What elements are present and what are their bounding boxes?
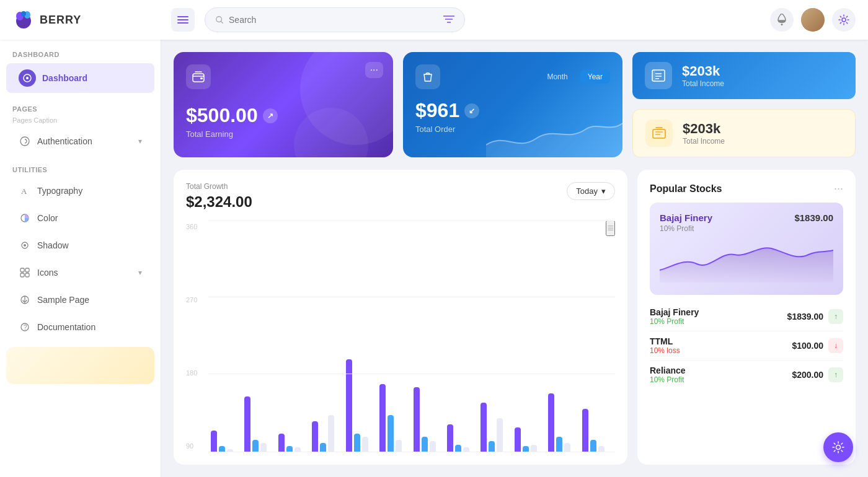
order-card-header: Month Year	[415, 64, 610, 89]
sidebar-item-typography-label: Typography	[37, 186, 142, 196]
search-icon	[215, 15, 224, 25]
month-tab[interactable]: Month	[539, 70, 575, 84]
sidebar-item-authentication[interactable]: Authentication ▾	[6, 129, 154, 154]
bar-light	[430, 441, 436, 452]
sidebar-item-color[interactable]: Color	[6, 206, 154, 230]
sidebar-item-dashboard-label: Dashboard	[42, 73, 142, 83]
income-blue-icon	[645, 62, 672, 89]
logo-area: BERRY	[12, 9, 161, 31]
avatar[interactable]	[801, 8, 825, 32]
bajaj-trend-icon: ↑	[828, 309, 843, 324]
bar-chart	[208, 221, 615, 452]
gear-icon	[838, 14, 849, 25]
stocks-menu-button[interactable]: ···	[834, 182, 843, 195]
featured-stock-chart	[660, 233, 833, 282]
settings-button[interactable]	[832, 8, 856, 32]
income-blue-amount: $203k	[682, 63, 724, 79]
sidebar-item-sample-page-label: Sample Page	[37, 295, 142, 305]
earning-card-menu[interactable]: ···	[365, 62, 383, 78]
svg-rect-24	[25, 273, 29, 277]
menu-button[interactable]	[171, 8, 195, 32]
chart-section: Total Growth $2,324.00 Today ▾ ≡ 360 270…	[174, 170, 856, 465]
bar-purple	[515, 427, 521, 452]
stock-bajaj-info: Bajaj Finery 10% Profit	[650, 307, 699, 326]
grid-line-4	[208, 452, 615, 452]
stock-ttml-name: TTML	[650, 336, 680, 346]
search-bar	[205, 7, 465, 32]
bar-blue	[422, 437, 428, 452]
stock-ttml-info: TTML 10% loss	[650, 336, 680, 355]
stock-bajaj-profit: 10% Profit	[650, 317, 699, 326]
filter-button[interactable]	[443, 15, 454, 25]
bar-group-6	[379, 384, 410, 452]
stocks-header: Popular Stocks ···	[650, 182, 843, 195]
order-tabs: Month Year	[539, 70, 610, 84]
stock-reliance-profit: 10% Profit	[650, 375, 686, 384]
bar-group-4	[312, 415, 342, 452]
sidebar-item-shadow[interactable]: Shadow	[6, 233, 154, 258]
stocks-title: Popular Stocks	[650, 183, 722, 195]
earning-card-icon	[186, 64, 211, 89]
sidebar-item-shadow-label: Shadow	[37, 240, 142, 250]
svg-point-16	[20, 137, 29, 146]
period-chevron-icon: ▾	[601, 186, 606, 196]
income-yellow-amount: $203k	[683, 121, 725, 137]
bar-blue	[556, 437, 562, 452]
featured-stock: Bajaj Finery $1839.00 10% Profit	[650, 203, 843, 295]
sidebar-section-pages: Pages	[0, 94, 161, 116]
stock-row-ttml: TTML 10% loss $100.00 ↓	[650, 331, 843, 361]
bar-purple	[447, 424, 453, 452]
svg-rect-6	[177, 22, 188, 24]
income-yellow-label: Total Income	[683, 137, 725, 146]
sidebar-item-documentation[interactable]: ? Documentation	[6, 315, 154, 339]
sidebar-item-dashboard[interactable]: Dashboard	[6, 63, 154, 93]
stocks-card: Popular Stocks ··· Bajaj Finery $1839.00…	[637, 170, 856, 465]
bar-purple	[480, 403, 487, 452]
period-button[interactable]: Today ▾	[567, 182, 615, 200]
notification-button[interactable]	[770, 8, 794, 32]
bar-purple	[244, 396, 250, 452]
bar-blue	[354, 434, 360, 452]
svg-line-8	[221, 21, 223, 23]
bar-blue	[388, 415, 394, 452]
sidebar-section-utilities: Utilities	[0, 155, 161, 177]
chart-y-axis: 360 270 180 90	[186, 221, 197, 452]
order-card-icon	[415, 64, 440, 89]
svg-rect-4	[177, 16, 188, 17]
stock-bajaj-price: $1839.00	[787, 312, 823, 322]
chart-total: $2,324.00	[186, 193, 252, 211]
color-icon	[19, 212, 31, 224]
chart-area: ≡ 360 270 180 90	[186, 221, 615, 452]
svg-point-3	[21, 11, 26, 16]
y-label-270: 270	[186, 296, 197, 304]
sidebar-item-icons[interactable]: Icons ▾	[6, 260, 154, 285]
bar-group-3	[278, 434, 309, 452]
top-cards: ··· $500.00 ↗ Total Earning	[174, 52, 856, 157]
earning-trend-icon: ↗	[263, 108, 278, 123]
year-tab[interactable]: Year	[580, 70, 610, 84]
bar-blue	[320, 443, 326, 452]
dashboard-icon	[19, 69, 36, 87]
authentication-chevron: ▾	[138, 137, 142, 146]
bar-purple	[211, 431, 217, 452]
stock-ttml-price: $100.00	[792, 341, 823, 351]
fab-settings-button[interactable]	[823, 432, 853, 462]
svg-rect-30	[200, 77, 203, 79]
bar-blue	[590, 440, 596, 452]
svg-rect-35	[652, 70, 655, 81]
main-layout: Dashboard Dashboard Pages Pages Caption …	[0, 40, 868, 477]
right-cards: $203k Total Income $203k	[632, 52, 856, 157]
sidebar-item-typography[interactable]: A Typography	[6, 178, 154, 203]
bar-purple	[548, 393, 554, 452]
y-label-180: 180	[186, 369, 197, 377]
total-income-yellow-info: $203k Total Income	[683, 121, 725, 146]
sidebar-item-sample-page[interactable]: Sample Page	[6, 287, 154, 312]
bar-group-2	[244, 396, 275, 452]
stock-reliance-price: $200.00	[792, 370, 823, 380]
order-card: Month Year $961 ↙ Total Order	[403, 52, 622, 157]
filter-icon	[443, 15, 454, 24]
pages-caption: Pages Caption	[0, 116, 161, 128]
bar-light	[497, 418, 503, 452]
bar-purple	[278, 434, 285, 452]
search-input[interactable]	[229, 15, 438, 25]
